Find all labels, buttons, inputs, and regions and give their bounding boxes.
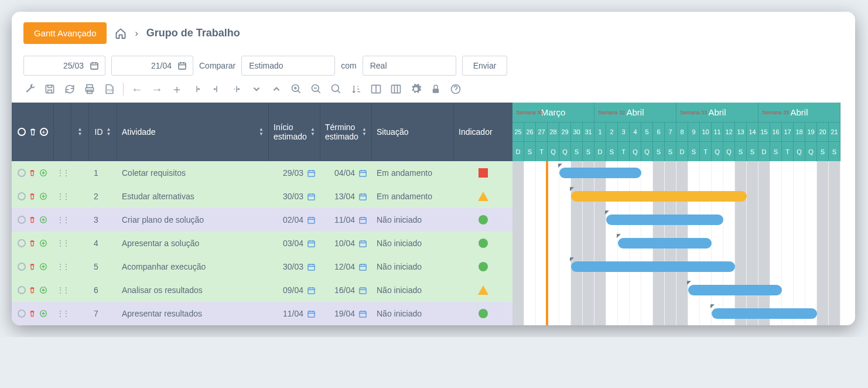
cell-end[interactable]: 19/04: [320, 302, 372, 325]
col-expand[interactable]: ▲▼: [71, 103, 89, 161]
lock-icon[interactable]: [429, 83, 442, 96]
save-icon[interactable]: [43, 83, 56, 96]
print-icon[interactable]: [83, 83, 96, 96]
with-select[interactable]: Real: [363, 56, 456, 76]
select-circle[interactable]: [18, 169, 26, 177]
delete-icon[interactable]: [28, 263, 36, 271]
outdent-icon[interactable]: [230, 83, 243, 96]
undo-icon[interactable]: ←: [131, 83, 143, 96]
col-start[interactable]: Início estimado▲▼: [269, 103, 320, 161]
gantt-advanced-button[interactable]: Gantt Avançado: [23, 22, 107, 44]
gantt-bar[interactable]: [606, 215, 723, 225]
add-icon[interactable]: [39, 168, 48, 178]
layout-columns-icon[interactable]: [389, 83, 402, 96]
cell-end[interactable]: 16/04: [320, 278, 372, 302]
add-icon[interactable]: [39, 309, 48, 318]
expand-down-icon[interactable]: [250, 83, 263, 96]
help-icon[interactable]: [449, 83, 462, 96]
drag-handle[interactable]: ⋮⋮: [54, 161, 71, 185]
send-button[interactable]: Enviar: [462, 56, 508, 76]
expand-toggle[interactable]: [71, 161, 89, 185]
wrench-icon[interactable]: [23, 83, 36, 96]
drag-handle[interactable]: ⋮⋮: [54, 185, 71, 208]
zoom-out-icon[interactable]: [310, 83, 323, 96]
gantt-bar[interactable]: [688, 285, 782, 295]
add-icon[interactable]: [39, 262, 48, 271]
cell-start[interactable]: 11/04: [269, 302, 320, 325]
cell-end[interactable]: 10/04: [320, 232, 372, 255]
home-icon[interactable]: [115, 28, 127, 39]
cell-end[interactable]: 11/04: [320, 208, 372, 232]
cell-start[interactable]: 03/04: [269, 232, 320, 255]
select-circle[interactable]: [18, 309, 26, 318]
cell-status: Não iniciado: [372, 232, 454, 255]
gantt-bar[interactable]: [712, 308, 817, 319]
cell-end[interactable]: 13/04: [320, 185, 372, 208]
refresh-icon[interactable]: [63, 83, 76, 96]
gantt-bar[interactable]: [618, 238, 712, 249]
expand-toggle[interactable]: [71, 208, 89, 232]
pdf-icon[interactable]: PDF: [103, 83, 116, 96]
collapse-up-icon[interactable]: [270, 83, 283, 96]
cell-start[interactable]: 30/03: [269, 185, 320, 208]
sort-icon[interactable]: [350, 83, 363, 96]
add-icon[interactable]: [39, 192, 48, 201]
delete-icon[interactable]: [28, 309, 36, 318]
expand-toggle[interactable]: [71, 232, 89, 255]
col-activity[interactable]: Atividade▲▼: [117, 103, 269, 161]
delete-icon[interactable]: [28, 239, 36, 247]
layout-split-icon[interactable]: [370, 83, 382, 96]
gantt-bar[interactable]: [571, 261, 735, 272]
date-to-input[interactable]: 21/04: [111, 56, 193, 76]
drag-handle[interactable]: ⋮⋮: [54, 232, 71, 255]
table-row[interactable]: ⋮⋮4Apresentar a solução03/0410/04Não ini…: [12, 232, 512, 255]
gantt-bar[interactable]: [571, 191, 747, 202]
cell-start[interactable]: 29/03: [269, 161, 320, 185]
drag-handle[interactable]: ⋮⋮: [54, 208, 71, 232]
select-circle[interactable]: [18, 192, 26, 200]
add-icon[interactable]: ＋: [170, 83, 183, 96]
select-circle[interactable]: [18, 263, 26, 271]
select-circle[interactable]: [18, 239, 26, 247]
indent-right-icon[interactable]: [190, 83, 203, 96]
delete-icon[interactable]: [28, 169, 36, 177]
col-end[interactable]: Término estimado▲▼: [320, 103, 372, 161]
redo-icon[interactable]: →: [151, 83, 163, 96]
expand-toggle[interactable]: [71, 278, 89, 302]
col-status[interactable]: Situação: [372, 103, 454, 161]
add-icon[interactable]: [39, 239, 48, 248]
cell-start[interactable]: 02/04: [269, 208, 320, 232]
drag-handle[interactable]: ⋮⋮: [54, 302, 71, 325]
cell-id: 3: [89, 208, 117, 232]
table-row[interactable]: ⋮⋮2Estudar alternativas30/0313/04Em anda…: [12, 185, 512, 208]
cell-end[interactable]: 04/04: [320, 161, 372, 185]
date-from-input[interactable]: 25/03: [23, 56, 105, 76]
table-row[interactable]: ⋮⋮5Acompanhar execução30/0312/04Não inic…: [12, 255, 512, 278]
expand-toggle[interactable]: [71, 255, 89, 278]
delete-icon[interactable]: [28, 216, 36, 224]
expand-toggle[interactable]: [71, 185, 89, 208]
select-circle[interactable]: [18, 216, 26, 224]
indent-left-icon[interactable]: [210, 83, 223, 96]
select-circle[interactable]: [18, 286, 26, 294]
add-icon[interactable]: [39, 215, 48, 224]
cell-start[interactable]: 30/03: [269, 255, 320, 278]
compare-select[interactable]: Estimado: [241, 56, 335, 76]
table-row[interactable]: ⋮⋮6Analisar os resultados09/0416/04Não i…: [12, 278, 512, 302]
gear-icon[interactable]: [409, 83, 422, 96]
drag-handle[interactable]: ⋮⋮: [54, 278, 71, 302]
zoom-in-icon[interactable]: [290, 83, 303, 96]
add-icon[interactable]: [39, 285, 48, 295]
drag-handle[interactable]: ⋮⋮: [54, 255, 71, 278]
expand-toggle[interactable]: [71, 302, 89, 325]
delete-icon[interactable]: [28, 286, 36, 294]
table-row[interactable]: ⋮⋮7Apresentar resultados11/0419/04Não in…: [12, 302, 512, 325]
table-row[interactable]: ⋮⋮1Coletar requisitos29/0304/04Em andame…: [12, 161, 512, 185]
zoom-fit-icon[interactable]: [330, 83, 343, 96]
col-id[interactable]: ID▲▼: [89, 103, 117, 161]
cell-start[interactable]: 09/04: [269, 278, 320, 302]
gantt-bar[interactable]: [559, 168, 641, 178]
delete-icon[interactable]: [28, 192, 36, 200]
table-row[interactable]: ⋮⋮3Criar plano de solução02/0411/04Não i…: [12, 208, 512, 232]
cell-end[interactable]: 12/04: [320, 255, 372, 278]
